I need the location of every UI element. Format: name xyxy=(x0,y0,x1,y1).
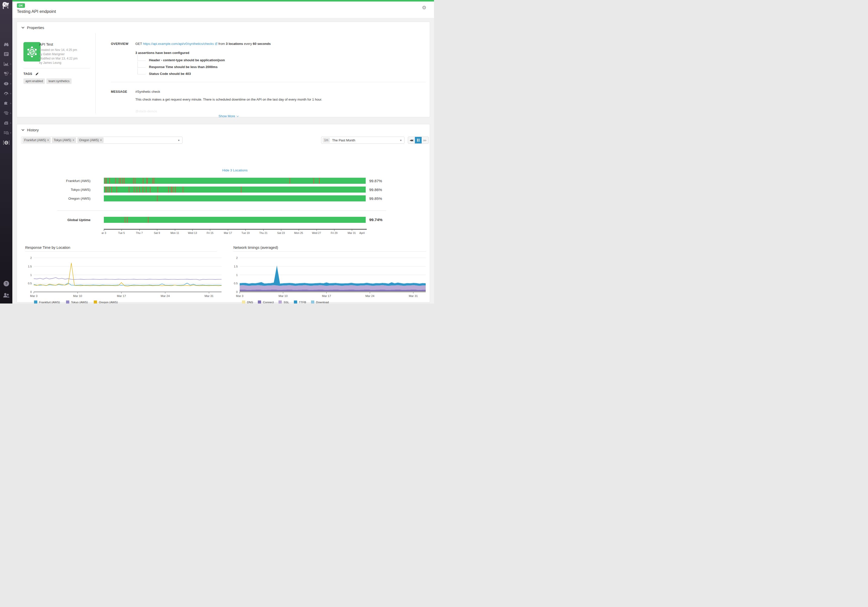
location-filter-select[interactable]: Frankfurt (AWS)×Tokyo (AWS)×Oregon (AWS)… xyxy=(21,137,183,144)
uptime-row: Frankfurt (AWS)99.87% xyxy=(17,178,382,184)
uptime-bar[interactable] xyxy=(104,178,366,184)
hide-locations-link[interactable]: Hide 3 Locations xyxy=(222,168,248,172)
axis-tick-label: Fri 15 xyxy=(207,231,214,234)
fast-forward-button[interactable]: ▶▶ xyxy=(422,137,428,143)
submenu-arrow-icon: ▶ xyxy=(10,73,12,75)
legend-swatch xyxy=(258,301,261,303)
submenu-arrow-icon: ▶ xyxy=(10,112,12,114)
remove-filter-icon[interactable]: × xyxy=(47,138,49,142)
axis-tick-label: ar 3 xyxy=(102,231,106,234)
sidebar-item-help[interactable]: ? xyxy=(0,278,12,289)
assertions-title: 3 assertions have been configured xyxy=(135,51,189,55)
properties-body: API Test Created on Nov 14, 4:25 pm by G… xyxy=(17,33,430,117)
sidebar-item-monitors-alert[interactable]: ▶ xyxy=(0,79,12,88)
endpoint-link[interactable]: https://api.example.com/api/v0/synthetic… xyxy=(143,42,214,46)
legend-swatch xyxy=(294,301,297,303)
svg-text:0: 0 xyxy=(236,290,238,293)
response-time-chart[interactable]: 00.511.52Mar 3Mar 10Mar 17Mar 24Mar 31 xyxy=(22,255,226,300)
security-scan-icon xyxy=(4,131,9,135)
sidebar-item-events-list[interactable] xyxy=(0,49,12,59)
gear-icon[interactable]: ⚙ xyxy=(422,5,426,11)
remove-filter-icon[interactable]: × xyxy=(73,138,74,142)
time-range-select[interactable]: 1m The Past Month ▼ xyxy=(321,137,405,144)
uptime-row-label: Oregon (AWS) xyxy=(17,197,90,200)
svg-text:Mar 31: Mar 31 xyxy=(205,295,214,298)
axis-tick-label: Mar 31 xyxy=(347,231,356,234)
legend-swatch xyxy=(34,301,37,303)
legend-item[interactable]: TTFB xyxy=(294,301,306,303)
history-card: History Frankfurt (AWS)×Tokyo (AWS)×Oreg… xyxy=(17,124,430,303)
axis-tick-label: Mon 25 xyxy=(294,231,303,234)
pause-button[interactable] xyxy=(415,137,422,143)
sidebar-item-binoculars-watchdog[interactable] xyxy=(0,39,12,49)
svg-text:Mar 3: Mar 3 xyxy=(236,295,243,298)
legend-item[interactable]: Frankfurt (AWS) xyxy=(34,301,60,303)
svg-text:1.5: 1.5 xyxy=(234,265,238,268)
sidebar-item-metrics-chart[interactable]: ▶ xyxy=(0,59,12,69)
legend-item[interactable]: Connect xyxy=(258,301,274,303)
legend-swatch xyxy=(94,301,97,303)
location-filter-pill: Oregon (AWS)× xyxy=(78,137,104,143)
tags-list: apm:enabledteam:synthetics xyxy=(23,78,71,84)
assertion-item: Header - content-type should be applicat… xyxy=(137,57,225,64)
datadog-logo[interactable] xyxy=(1,2,11,11)
uptime-percentage: 99.85% xyxy=(369,196,382,201)
uptime-percentage: 99.86% xyxy=(369,188,382,192)
sidebar-item-notebooks-book[interactable]: ▶ xyxy=(0,118,12,128)
sidebar-item-infrastructure-hexagons[interactable]: ▶ xyxy=(0,69,12,79)
created-on: Created on Nov 14, 4:25 pm xyxy=(39,48,78,52)
legend-item[interactable]: Download xyxy=(311,301,329,303)
chevron-down-icon xyxy=(237,115,239,117)
axis-tick-label: Thu 21 xyxy=(259,231,268,234)
notebooks-book-icon xyxy=(4,121,9,125)
sidebar-item-synthetics-globe[interactable] xyxy=(0,138,12,147)
playback-controls: ◀◀ ▶▶ xyxy=(408,137,429,144)
network-timings-chart[interactable]: 00.511.52Mar 3Mar 10Mar 17Mar 24Mar 31 xyxy=(228,255,430,300)
edit-pencil-icon[interactable] xyxy=(35,72,39,76)
uptime-bar[interactable] xyxy=(104,186,366,193)
every-text: every xyxy=(244,42,252,46)
legend-item[interactable]: DNS xyxy=(242,301,253,303)
sidebar-item-users[interactable] xyxy=(0,289,12,301)
sidebar: ▶▶▶▶▶▶▶▶ ? xyxy=(0,0,12,303)
axis-tick-label: Tue 5 xyxy=(118,231,125,234)
axis-tick-label: Wed 27 xyxy=(312,231,321,234)
properties-header[interactable]: Properties xyxy=(17,22,430,33)
history-header[interactable]: History xyxy=(17,124,430,135)
uptime-row-label: Global Uptime xyxy=(17,218,90,222)
legend-item[interactable]: SSL xyxy=(279,301,289,303)
modified-by: by James Leung xyxy=(39,61,78,65)
uptime-row: Oregon (AWS)99.85% xyxy=(17,196,382,202)
chevron-down-icon: ▼ xyxy=(400,139,402,142)
sidebar-item-apm-gauge[interactable]: ▶ xyxy=(0,88,12,98)
sidebar-bottom: ? xyxy=(0,278,12,301)
message-label: MESSAGE xyxy=(111,90,127,93)
svg-text:1: 1 xyxy=(236,273,238,276)
svg-text:1: 1 xyxy=(30,273,32,276)
legend-swatch xyxy=(242,301,245,303)
svg-text:Mar 17: Mar 17 xyxy=(117,295,126,298)
remove-filter-icon[interactable]: × xyxy=(100,138,102,142)
legend-item[interactable]: Oregon (AWS) xyxy=(94,301,118,303)
svg-text:Mar 24: Mar 24 xyxy=(161,295,170,298)
assertions-list: Header - content-type should be applicat… xyxy=(137,57,225,77)
sidebar-item-integrations-puzzle[interactable]: ▶ xyxy=(0,98,12,108)
page-header: OK Testing API endpoint ⚙ xyxy=(12,2,434,18)
legend-item[interactable]: Tokyo (AWS) xyxy=(66,301,88,303)
uptime-bar[interactable] xyxy=(104,217,366,223)
locations-count: 3 locations xyxy=(226,42,243,46)
legend-swatch xyxy=(311,301,314,303)
users-icon xyxy=(3,293,9,298)
rewind-button[interactable]: ◀◀ xyxy=(408,137,415,143)
submenu-arrow-icon: ▶ xyxy=(10,102,12,104)
submenu-arrow-icon: ▶ xyxy=(10,93,12,95)
test-meta: API Test Created on Nov 14, 4:25 pm by G… xyxy=(39,42,78,65)
global-uptime-row: Global Uptime99.74% xyxy=(17,217,383,223)
show-more-button[interactable]: Show More xyxy=(219,114,239,118)
main-area: OK Testing API endpoint ⚙ Properties xyxy=(12,0,434,303)
sidebar-item-logs-lines[interactable]: ▶ xyxy=(0,108,12,118)
message-body: This check makes a get request every min… xyxy=(135,97,415,102)
svg-text:2: 2 xyxy=(236,256,238,259)
uptime-bar[interactable] xyxy=(104,196,366,202)
sidebar-item-security-scan[interactable]: ▶ xyxy=(0,128,12,138)
